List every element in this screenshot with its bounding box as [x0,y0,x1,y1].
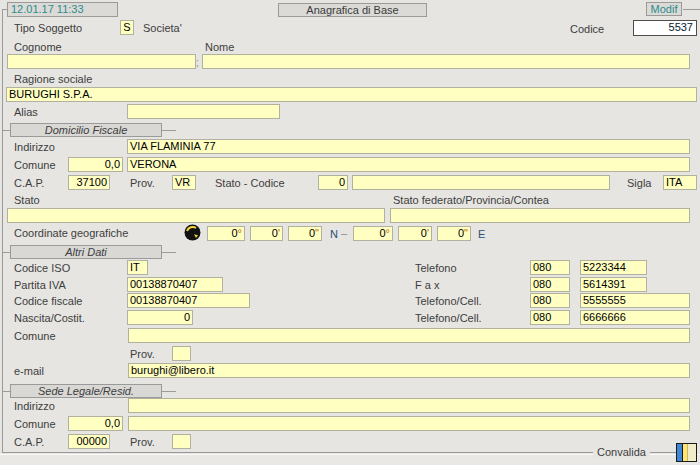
sigla-field[interactable]: ITA [663,175,697,190]
sede-indirizzo-field[interactable] [128,398,690,413]
nascita-field[interactable]: 0 [127,310,193,325]
fax-field[interactable]: 5614391 [580,277,647,292]
indirizzo-field[interactable]: VIA FLAMINIA 77 [127,139,690,154]
field-separator: ; [196,57,199,68]
lat-deg-field[interactable]: 0° [207,226,245,241]
lon-hemisphere: E [478,228,485,240]
globe-icon[interactable] [184,224,201,241]
email-field[interactable]: burughi@libero.it [128,363,690,378]
email-label: e-mail [14,365,44,377]
sec-symbol: " [464,227,468,239]
convalida-label: Convalida [593,446,650,458]
tipo-soggetto-field[interactable]: S [120,20,134,35]
section-sede-legale: Sede Legale/Resid. [10,384,162,398]
comune-code-field[interactable]: 0,0 [68,157,123,172]
lat-min-field[interactable]: 0' [250,226,283,241]
section-line [162,252,176,253]
telefono-prefix-field[interactable]: 080 [530,260,570,275]
sede-comune-field[interactable] [128,416,690,431]
codice-field[interactable]: 5537 [633,20,697,36]
alias-label: Alias [14,106,38,118]
modif-badge[interactable]: Modif [646,2,682,16]
nome-field[interactable] [202,54,690,69]
sede-comune-label: Comune [14,418,56,430]
tipo-soggetto-desc: Societa' [143,22,182,34]
altri-comune-field[interactable] [128,328,690,343]
page-title: Anagrafica di Base [278,3,427,17]
section-line [2,252,10,253]
alias-field[interactable] [127,104,280,119]
codice-iso-label: Codice ISO [14,262,70,274]
stato-nome-field[interactable] [352,175,610,190]
stato-field[interactable] [7,208,385,223]
cap-field[interactable]: 37100 [68,175,110,190]
sigla-label: Sigla [627,177,651,189]
sede-cap-field[interactable]: 00000 [68,434,110,449]
telefono-field[interactable]: 5223344 [580,260,647,275]
section-line [2,130,10,131]
section-line [162,130,176,131]
telefono-label: Telefono [415,262,457,274]
cell1-prefix-field[interactable]: 080 [530,293,570,308]
codice-fiscale-label: Codice fiscale [14,295,82,307]
cell2-prefix-field[interactable]: 080 [530,310,570,325]
comune-field[interactable]: VERONA [127,157,690,172]
ragione-sociale-field[interactable]: BURUGHI S.P.A. [6,87,697,102]
min-symbol: ' [278,227,280,239]
sede-indirizzo-label: Indirizzo [14,400,55,412]
coord-dash: – [341,227,347,239]
section-line [162,391,176,392]
codice-fiscale-field[interactable]: 00138870407 [127,293,250,308]
frame-top-right-stub [683,9,700,10]
section-line [2,391,10,392]
partita-iva-field[interactable]: 00138870407 [127,277,223,292]
lat-sec-field[interactable]: 0" [288,226,322,241]
fax-prefix-field[interactable]: 080 [530,277,570,292]
cognome-field[interactable] [7,54,196,69]
nascita-label: Nascita/Costit. [14,312,85,324]
stato-federato-label: Stato federato/Provincia/Contea [393,194,549,206]
prov-label: Prov. [130,177,155,189]
lat-hemisphere: N [330,228,338,240]
stato-label: Stato [14,194,40,206]
sede-comune-code-field[interactable]: 0,0 [68,416,123,431]
sede-prov-field[interactable] [172,434,191,449]
partita-iva-label: Partita IVA [14,279,66,291]
frame-left-border [2,10,3,453]
cell2-field[interactable]: 6666666 [580,310,690,325]
cognome-label: Cognome [14,41,62,53]
altri-comune-label: Comune [14,330,56,342]
altri-prov-label: Prov. [130,348,155,360]
altri-prov-field[interactable] [172,346,191,361]
nome-label: Nome [205,41,234,53]
deg-symbol: ° [386,227,390,239]
prov-field[interactable]: VR [172,175,196,190]
fax-label: F a x [415,279,439,291]
sec-symbol: " [315,227,319,239]
ragione-sociale-label: Ragione sociale [14,73,92,85]
deg-symbol: ° [238,227,242,239]
section-domicilio-fiscale: Domicilio Fiscale [10,123,162,137]
datetime-box: 12.01.17 11:33 [7,2,118,17]
cell1-label: Telefono/Cell. [415,295,482,307]
coordinate-label: Coordinate geografiche [14,227,128,239]
sede-prov-label: Prov. [130,436,155,448]
section-altri-dati: Altri Dati [10,245,162,259]
lon-min-field[interactable]: 0' [398,226,432,241]
comune-label: Comune [14,159,56,171]
stato-codice-label: Stato - Codice [215,177,285,189]
stato-codice-field[interactable]: 0 [318,175,348,190]
cell1-field[interactable]: 5555555 [580,293,690,308]
stato-federato-field[interactable] [390,208,690,223]
tipo-soggetto-label: Tipo Soggetto [14,22,82,34]
cell2-label: Telefono/Cell. [415,312,482,324]
lon-sec-field[interactable]: 0" [437,226,471,241]
cap-label: C.A.P. [14,177,44,189]
frame-bottom-border [2,452,676,453]
indirizzo-label: Indirizzo [14,141,55,153]
lon-deg-field[interactable]: 0° [353,226,393,241]
codice-iso-field[interactable]: IT [127,260,148,275]
convalida-icon[interactable] [676,443,697,462]
min-symbol: ' [427,227,429,239]
convalida-icon-yellow-stripe [683,444,688,461]
